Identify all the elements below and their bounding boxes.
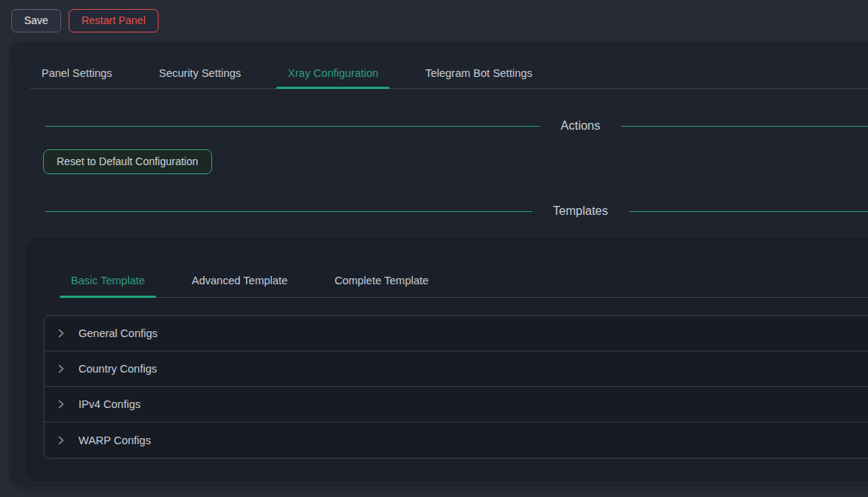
collapse-header-country-configs[interactable]: Country Configs — [45, 351, 868, 387]
collapse-header-general-configs[interactable]: General Configs — [45, 316, 868, 351]
tab-basic-template[interactable]: Basic Template — [60, 265, 156, 297]
actions-divider: Actions — [45, 119, 868, 133]
template-collapse-list: General Configs Country Configs IPv4 Con… — [44, 315, 868, 459]
tab-panel-settings[interactable]: Panel Settings — [30, 42, 124, 88]
reset-default-configuration-button[interactable]: Reset to Default Configuration — [43, 149, 212, 174]
chevron-right-icon — [57, 329, 66, 338]
collapse-label: IPv4 Configs — [78, 398, 140, 410]
chevron-right-icon — [57, 364, 66, 373]
save-button[interactable]: Save — [11, 9, 61, 32]
tab-xray-configuration[interactable]: Xray Configuration — [276, 42, 389, 88]
chevron-right-icon — [57, 436, 66, 445]
templates-divider-label: Templates — [553, 204, 608, 218]
collapse-label: WARP Configs — [78, 434, 151, 446]
tab-security-settings[interactable]: Security Settings — [148, 42, 253, 88]
collapse-header-ipv4-configs[interactable]: IPv4 Configs — [45, 387, 868, 422]
tab-telegram-bot-settings[interactable]: Telegram Bot Settings — [414, 42, 543, 88]
collapse-header-warp-configs[interactable]: WARP Configs — [45, 422, 868, 458]
topbar: Save Restart Panel — [0, 0, 868, 42]
templates-tabbar: Basic Template Advanced Template Complet… — [60, 238, 868, 298]
tab-advanced-template[interactable]: Advanced Template — [180, 265, 299, 297]
collapse-label: General Configs — [78, 327, 158, 339]
chevron-right-icon — [57, 400, 66, 409]
settings-tabbar: Panel Settings Security Settings Xray Co… — [30, 42, 868, 89]
collapse-label: Country Configs — [78, 363, 157, 375]
templates-divider: Templates — [45, 204, 868, 218]
actions-divider-label: Actions — [561, 119, 600, 133]
templates-card: Basic Template Advanced Template Complet… — [26, 238, 868, 481]
tab-complete-template[interactable]: Complete Template — [323, 265, 440, 297]
settings-card: Panel Settings Security Settings Xray Co… — [11, 42, 868, 486]
restart-panel-button[interactable]: Restart Panel — [69, 9, 159, 32]
actions-row: Reset to Default Configuration — [43, 149, 868, 174]
